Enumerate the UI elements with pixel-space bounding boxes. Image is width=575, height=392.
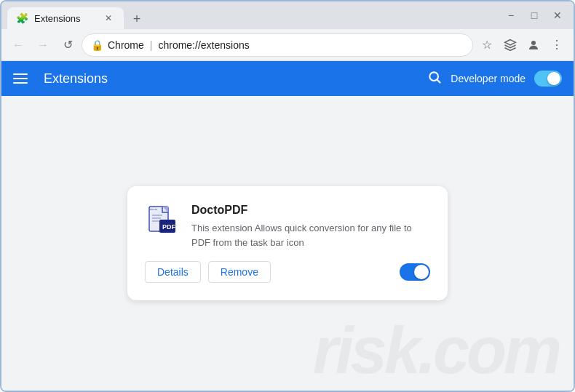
bookmark-button[interactable]: ☆ [476,34,498,56]
close-button[interactable]: ✕ [547,5,568,25]
tab-favicon: 🧩 [16,12,28,24]
menu-button[interactable]: ⋮ [546,34,568,56]
maximize-button[interactable]: □ [524,5,544,25]
svg-text:doc: doc [150,207,154,211]
svg-text:PDF: PDF [162,223,176,231]
svg-line-2 [437,79,440,82]
watermark-text: risk.com [298,311,574,391]
extensions-header: Extensions Developer mode [1,61,574,96]
developer-mode-toggle[interactable] [534,71,562,87]
reload-button[interactable]: ↺ [57,34,79,56]
hamburger-menu-button[interactable] [13,68,33,89]
header-right: Developer mode [427,70,562,88]
remove-button[interactable]: Remove [208,261,271,283]
extension-toggle[interactable] [400,263,430,281]
new-tab-button[interactable]: + [127,9,147,29]
tab-close-button[interactable]: ✕ [102,12,115,25]
url-text: chrome://extensions [158,39,249,51]
developer-mode-label: Developer mode [451,73,526,84]
hamburger-line-2 [13,78,28,79]
profile-button[interactable] [523,34,544,56]
extension-toggle-thumb [414,265,429,279]
toolbar: ← → ↺ 🔒 Chrome | chrome://extensions ☆ ⋮ [1,29,574,61]
extension-card: PDF doc to DoctoPDF This extension Allow… [127,186,448,300]
forward-button[interactable]: → [32,34,54,56]
toggle-thumb [547,72,560,85]
details-button[interactable]: Details [145,261,201,283]
minimize-button[interactable]: − [501,5,521,25]
browser-window: 🧩 Extensions ✕ + − □ ✕ ← → ↺ 🔒 Chrome | … [0,0,575,392]
toolbar-right: ☆ ⋮ [476,34,568,56]
hamburger-line-1 [13,73,28,75]
address-separator: | [150,39,153,51]
main-content: 🔍 risk.com [1,96,574,391]
svg-point-0 [531,41,536,45]
tab-title: Extensions [34,13,81,24]
title-bar: 🧩 Extensions ✕ + − □ ✕ [1,1,574,29]
lock-icon: 🔒 [91,39,103,51]
extension-icon: PDF doc to [145,204,180,239]
extension-name: DoctoPDF [191,204,430,217]
extension-description: This extension Allows quick conversion f… [191,221,430,249]
active-tab[interactable]: 🧩 Extensions ✕ [7,7,124,29]
hamburger-line-3 [13,82,28,84]
extension-card-footer: Details Remove [145,261,430,283]
extension-info: DoctoPDF This extension Allows quick con… [191,204,430,249]
back-button[interactable]: ← [7,34,29,56]
page-title: Extensions [44,71,108,87]
window-controls: − □ ✕ [501,5,568,25]
tab-area: 🧩 Extensions ✕ + [7,1,496,29]
search-button[interactable] [427,70,442,88]
extension-card-header: PDF doc to DoctoPDF This extension Allow… [145,204,430,249]
address-bar[interactable]: 🔒 Chrome | chrome://extensions [82,33,473,57]
extensions-button[interactable] [499,34,521,56]
site-name: Chrome [108,39,144,51]
